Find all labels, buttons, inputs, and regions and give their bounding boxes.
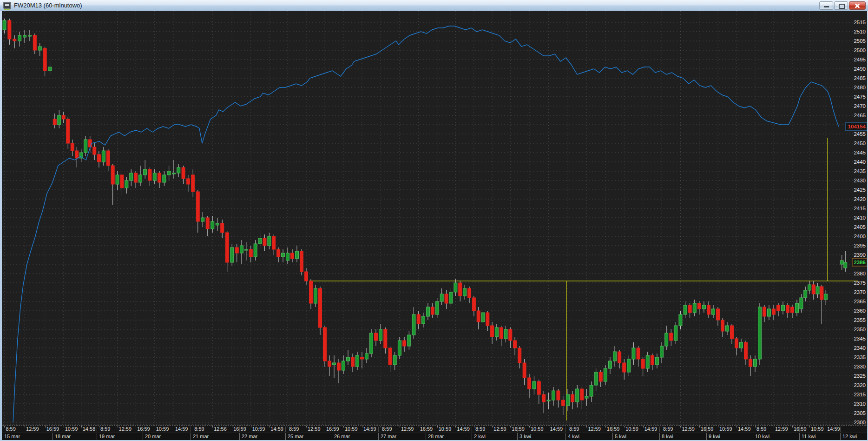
candle-down[interactable]: [431, 307, 434, 314]
candle-down[interactable]: [735, 339, 738, 348]
candle-down[interactable]: [309, 281, 313, 303]
candle-down[interactable]: [697, 303, 701, 309]
candle-down[interactable]: [542, 394, 546, 402]
candle-down[interactable]: [206, 218, 209, 229]
candle-up[interactable]: [449, 292, 453, 303]
candle-down[interactable]: [134, 173, 138, 182]
candle-up[interactable]: [844, 262, 847, 268]
candle-down[interactable]: [786, 305, 789, 313]
candle-down[interactable]: [148, 169, 151, 180]
candle-down[interactable]: [561, 400, 565, 406]
candle-up[interactable]: [347, 357, 350, 361]
candle-down[interactable]: [477, 311, 480, 322]
candle-down[interactable]: [53, 119, 56, 125]
candle-down[interactable]: [186, 179, 190, 184]
candle-up[interactable]: [660, 346, 664, 357]
candle-down[interactable]: [291, 253, 294, 259]
candle-down[interactable]: [749, 359, 752, 367]
maximize-button[interactable]: [834, 1, 848, 10]
candle-up[interactable]: [594, 372, 598, 385]
candle-down[interactable]: [277, 249, 280, 257]
candle-down[interactable]: [707, 305, 710, 314]
candle-down[interactable]: [328, 361, 331, 367]
candle-up[interactable]: [48, 67, 52, 71]
candle-up[interactable]: [28, 35, 31, 36]
candle-up[interactable]: [754, 359, 757, 367]
candle-down[interactable]: [791, 307, 794, 313]
candle-up[interactable]: [38, 47, 41, 50]
candle-down[interactable]: [580, 389, 584, 400]
candle-up[interactable]: [816, 287, 819, 294]
candle-down[interactable]: [337, 363, 341, 370]
candle-down[interactable]: [763, 307, 766, 316]
candle-down[interactable]: [445, 294, 448, 303]
candle-up[interactable]: [800, 298, 803, 309]
candle-down[interactable]: [820, 287, 823, 300]
candle-down[interactable]: [221, 223, 224, 233]
candle-down[interactable]: [772, 309, 776, 314]
titlebar[interactable]: FW20M13 (60-minutowo): [0, 0, 868, 11]
candle-up[interactable]: [533, 381, 536, 389]
candle-up[interactable]: [768, 309, 771, 316]
candle-up[interactable]: [254, 244, 257, 257]
candle-up[interactable]: [547, 400, 550, 401]
candle-down[interactable]: [537, 381, 540, 394]
candle-down[interactable]: [106, 151, 110, 166]
candle-up[interactable]: [504, 329, 507, 339]
candle-up[interactable]: [84, 140, 87, 153]
candle-up[interactable]: [102, 151, 105, 162]
candle-down[interactable]: [111, 166, 114, 184]
candle-down[interactable]: [13, 39, 16, 41]
candle-up[interactable]: [674, 326, 677, 341]
candle-down[interactable]: [623, 363, 626, 372]
candle-up[interactable]: [758, 307, 762, 359]
candle-up[interactable]: [576, 389, 579, 402]
candle-up[interactable]: [590, 385, 593, 396]
candle-down[interactable]: [777, 305, 780, 311]
candle-up[interactable]: [365, 354, 368, 359]
candle-down[interactable]: [388, 348, 392, 365]
candle-up[interactable]: [356, 355, 359, 367]
candle-up[interactable]: [144, 169, 147, 175]
candle-down[interactable]: [305, 272, 308, 281]
candle-down[interactable]: [235, 247, 238, 253]
candle-up[interactable]: [393, 355, 396, 365]
candle-down[interactable]: [8, 20, 11, 39]
candle-up[interactable]: [796, 303, 799, 313]
candle-down[interactable]: [384, 329, 387, 348]
candle-up[interactable]: [370, 333, 373, 354]
candle-up[interactable]: [286, 253, 289, 261]
candle-up[interactable]: [585, 396, 588, 398]
candle-up[interactable]: [342, 361, 345, 370]
candle-up[interactable]: [211, 221, 214, 229]
candle-down[interactable]: [500, 327, 503, 339]
candle-up[interactable]: [646, 355, 649, 368]
candle-up[interactable]: [408, 335, 411, 346]
candle-up[interactable]: [665, 333, 668, 346]
candle-down[interactable]: [468, 288, 471, 298]
candle-up[interactable]: [398, 341, 401, 355]
candle-down[interactable]: [196, 192, 199, 221]
candle-down[interactable]: [688, 305, 691, 313]
candle-down[interactable]: [93, 147, 96, 154]
candle-down[interactable]: [319, 288, 322, 327]
candle-up[interactable]: [125, 180, 128, 188]
candle-down[interactable]: [88, 140, 92, 147]
candle-down[interactable]: [249, 249, 252, 257]
candle-down[interactable]: [351, 357, 355, 367]
candle-down[interactable]: [523, 363, 526, 378]
candle-up[interactable]: [840, 261, 843, 264]
candle-down[interactable]: [721, 320, 724, 331]
candle-up[interactable]: [216, 223, 219, 225]
candle-up[interactable]: [201, 218, 204, 221]
candle-up[interactable]: [435, 301, 439, 314]
candle-down[interactable]: [43, 48, 46, 71]
candle-up[interactable]: [702, 305, 705, 309]
candle-down[interactable]: [375, 333, 378, 341]
candle-down[interactable]: [66, 119, 70, 143]
candle-up[interactable]: [163, 175, 166, 182]
candle-down[interactable]: [513, 341, 517, 348]
candle-down[interactable]: [528, 378, 531, 389]
candle-up[interactable]: [177, 167, 180, 173]
candle-up[interactable]: [679, 314, 682, 326]
